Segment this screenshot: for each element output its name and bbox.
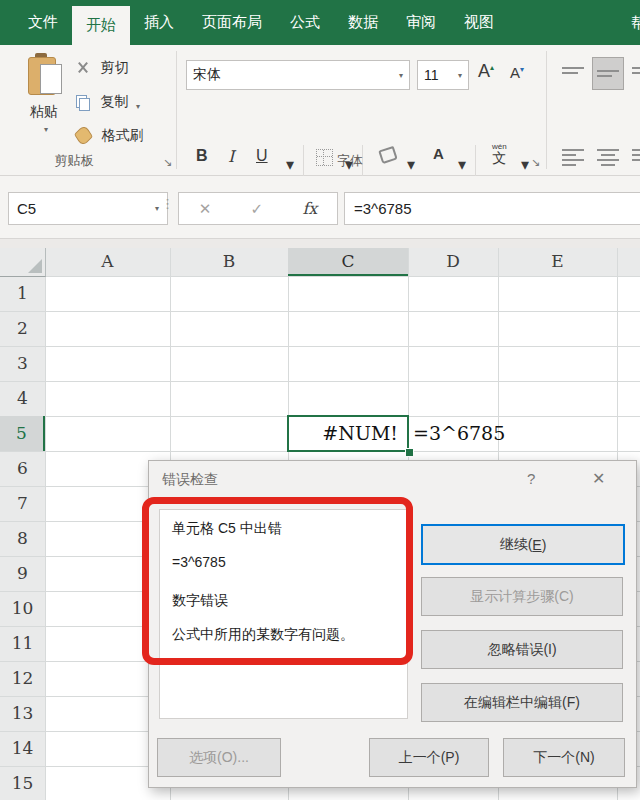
grow-font-button[interactable]: A▴ bbox=[478, 61, 494, 82]
cell-d5-formula-text[interactable]: =3^6785 bbox=[413, 417, 613, 450]
column-header-a[interactable]: A bbox=[45, 248, 170, 276]
formula-text: =3^6785 bbox=[354, 200, 412, 217]
bottom-align-button[interactable] bbox=[632, 67, 640, 74]
top-align-icon bbox=[562, 67, 584, 69]
select-all-button[interactable] bbox=[0, 248, 46, 277]
close-icon[interactable]: ✕ bbox=[592, 469, 605, 488]
font-dialog-launcher-icon[interactable]: ↘ bbox=[531, 156, 540, 169]
bottom-align-icon bbox=[632, 67, 640, 69]
bold-label: B bbox=[196, 147, 208, 165]
tab-help[interactable]: 帮助 bbox=[631, 0, 640, 45]
enter-icon[interactable]: ✓ bbox=[251, 200, 264, 218]
grow-font-arrow-icon: ▴ bbox=[490, 63, 494, 72]
align-center-icon bbox=[597, 149, 619, 151]
formula-buttons: ✕ ✓ fx bbox=[178, 192, 338, 225]
top-align-button[interactable] bbox=[562, 67, 586, 74]
row-header-9[interactable]: 9 bbox=[0, 556, 45, 591]
error-type-text: 数字错误 bbox=[172, 592, 228, 610]
font-size-combobox[interactable]: 11 ▾ bbox=[417, 60, 469, 90]
italic-label: I bbox=[228, 147, 234, 166]
formula-bar: C5 ▾ ⋮ ✕ ✓ fx =3^6785 bbox=[0, 176, 640, 238]
paste-label[interactable]: 粘贴 bbox=[30, 103, 58, 121]
row-header-10[interactable]: 10 bbox=[0, 591, 45, 626]
row-header-4[interactable]: 4 bbox=[0, 381, 45, 416]
row-header-14[interactable]: 14 bbox=[0, 731, 45, 766]
copy-button[interactable]: 复制 ▾ bbox=[76, 93, 140, 113]
format-painter-label: 格式刷 bbox=[101, 127, 143, 143]
format-painter-button[interactable]: 格式刷 bbox=[76, 127, 143, 147]
gridline-vertical bbox=[45, 248, 46, 800]
row-header-6[interactable]: 6 bbox=[0, 451, 45, 486]
align-center-button[interactable] bbox=[596, 149, 620, 166]
underline-button[interactable]: U bbox=[256, 147, 268, 179]
insert-function-icon[interactable]: fx bbox=[302, 199, 317, 218]
font-name-combobox[interactable]: 宋体 ▾ bbox=[186, 60, 410, 90]
group-divider bbox=[176, 51, 177, 169]
continue-label: 继续( bbox=[500, 536, 533, 554]
cut-button[interactable]: 剪切 bbox=[76, 59, 128, 79]
row-header-2[interactable]: 2 bbox=[0, 311, 45, 346]
cell-c5-selected[interactable]: #NUM! bbox=[287, 415, 409, 452]
phonetic-guide-button[interactable]: wén 文 bbox=[492, 143, 507, 166]
shrink-font-button[interactable]: A▾ bbox=[510, 64, 524, 81]
name-box-dropdown-icon[interactable]: ▾ bbox=[155, 204, 159, 213]
more-dots-icon[interactable]: ⋮ bbox=[161, 196, 174, 211]
name-box[interactable]: C5 ▾ bbox=[8, 192, 168, 225]
error-description-text: 公式中所用的某数字有问题。 bbox=[172, 626, 354, 644]
font-name-dropdown-icon[interactable]: ▾ bbox=[399, 71, 403, 80]
row-header-8[interactable]: 8 bbox=[0, 521, 45, 556]
copy-dropdown-icon[interactable]: ▾ bbox=[136, 102, 140, 111]
help-icon[interactable]: ? bbox=[527, 470, 535, 487]
error-checking-dialog: 错误检查 ? ✕ 单元格 C5 中出错 =3^6785 数字错误 公式中所用的某… bbox=[148, 460, 637, 788]
show-calculation-steps-button[interactable]: 显示计算步骤(C) bbox=[421, 577, 623, 616]
column-header-d[interactable]: D bbox=[408, 248, 498, 276]
column-header-b[interactable]: B bbox=[170, 248, 288, 276]
font-name-value: 宋体 bbox=[193, 66, 221, 84]
ignore-error-button[interactable]: 忽略错误(I) bbox=[421, 630, 623, 669]
brush-icon bbox=[74, 124, 93, 147]
tab-page-layout[interactable]: 页面布局 bbox=[188, 0, 276, 45]
row-header-7[interactable]: 7 bbox=[0, 486, 45, 521]
row-header-11[interactable]: 11 bbox=[0, 626, 45, 661]
row-header-15[interactable]: 15 bbox=[0, 766, 45, 800]
clipboard-dialog-launcher-icon[interactable]: ↘ bbox=[163, 156, 172, 169]
tab-formulas[interactable]: 公式 bbox=[276, 0, 334, 45]
tab-insert[interactable]: 插入 bbox=[130, 0, 188, 45]
ribbon: 粘贴 ▾ 剪切 复制 ▾ 格式刷 剪贴板 ↘ 宋体 ▾ 11 ▾ A▴ A▾ B… bbox=[0, 45, 640, 176]
align-left-icon bbox=[562, 149, 584, 151]
gridline-horizontal bbox=[0, 346, 640, 347]
row-header-13[interactable]: 13 bbox=[0, 696, 45, 731]
column-header-c-selected[interactable]: C bbox=[288, 248, 408, 276]
row-header-5-selected[interactable]: 5 bbox=[0, 416, 45, 451]
paste-button[interactable] bbox=[28, 55, 62, 97]
italic-button[interactable]: I bbox=[228, 147, 234, 179]
options-button[interactable]: 选项(O)... bbox=[157, 738, 281, 777]
tab-view[interactable]: 视图 bbox=[450, 0, 508, 45]
align-right-icon bbox=[632, 149, 640, 151]
formula-input[interactable]: =3^6785 bbox=[344, 192, 640, 225]
font-size-dropdown-icon[interactable]: ▾ bbox=[458, 71, 462, 80]
row-header-3[interactable]: 3 bbox=[0, 346, 45, 381]
continue-button[interactable]: 继续(E) bbox=[421, 524, 625, 565]
row-header-12[interactable]: 12 bbox=[0, 661, 45, 696]
bold-button[interactable]: B bbox=[196, 147, 208, 179]
align-left-button[interactable] bbox=[562, 149, 586, 166]
tab-data[interactable]: 数据 bbox=[334, 0, 392, 45]
middle-align-button[interactable] bbox=[592, 57, 624, 90]
previous-button[interactable]: 上一个(P) bbox=[369, 738, 489, 777]
underline-label: U bbox=[256, 147, 268, 165]
row-header-1[interactable]: 1 bbox=[0, 276, 45, 311]
column-header-e[interactable]: E bbox=[498, 248, 617, 276]
font-color-button[interactable]: A bbox=[433, 145, 444, 177]
next-button[interactable]: 下一个(N) bbox=[503, 738, 625, 777]
tab-review[interactable]: 审阅 bbox=[392, 0, 450, 45]
align-right-button[interactable] bbox=[632, 149, 640, 161]
tab-home[interactable]: 开始 bbox=[72, 6, 130, 45]
cancel-icon[interactable]: ✕ bbox=[199, 200, 212, 218]
edit-in-formula-bar-button[interactable]: 在编辑栏中编辑(F) bbox=[421, 683, 623, 722]
paste-dropdown-icon[interactable]: ▾ bbox=[44, 125, 48, 134]
continue-accelerator: E bbox=[532, 537, 541, 553]
cut-label: 剪切 bbox=[100, 59, 128, 75]
fill-handle[interactable] bbox=[405, 448, 414, 457]
tab-file[interactable]: 文件 bbox=[14, 0, 72, 45]
